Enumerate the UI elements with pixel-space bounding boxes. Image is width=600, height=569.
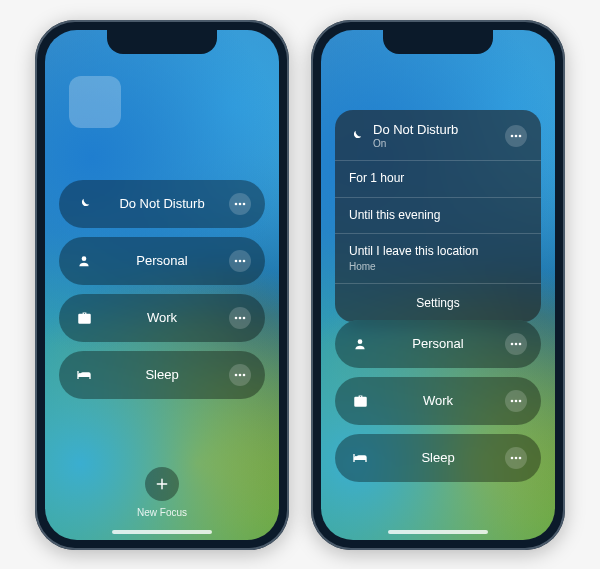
option-label: Until this evening: [349, 208, 527, 224]
svg-point-15: [515, 135, 518, 138]
focus-label: Work: [371, 393, 505, 408]
svg-point-4: [235, 259, 238, 262]
card-status: On: [373, 138, 495, 151]
svg-point-16: [519, 135, 522, 138]
focus-list: Do Not Disturb Personal Work: [59, 180, 265, 399]
home-indicator[interactable]: [388, 530, 488, 534]
briefcase-icon: [73, 307, 95, 329]
focus-label: Work: [95, 310, 229, 325]
svg-point-22: [515, 399, 518, 402]
svg-point-12: [239, 373, 242, 376]
svg-point-0: [235, 202, 238, 205]
svg-point-2: [243, 202, 246, 205]
svg-point-27: [519, 456, 522, 459]
svg-point-5: [239, 259, 242, 262]
option-sublabel: Home: [349, 260, 527, 273]
svg-point-19: [515, 342, 518, 345]
svg-point-25: [511, 456, 514, 459]
more-icon[interactable]: [229, 364, 251, 386]
svg-point-23: [519, 399, 522, 402]
briefcase-icon: [349, 390, 371, 412]
background-app-tile: [69, 76, 121, 128]
svg-point-11: [235, 373, 238, 376]
notch: [383, 30, 493, 54]
new-focus-label: New Focus: [137, 507, 187, 518]
focus-pill-work[interactable]: Work: [335, 377, 541, 425]
svg-point-8: [239, 316, 242, 319]
phone-right: Do Not Disturb On For 1 hour Until this …: [311, 20, 565, 550]
focus-label: Personal: [95, 253, 229, 268]
focus-pill-personal[interactable]: Personal: [59, 237, 265, 285]
svg-point-7: [235, 316, 238, 319]
more-icon[interactable]: [505, 390, 527, 412]
add-focus-button[interactable]: [145, 467, 179, 501]
more-icon[interactable]: [229, 250, 251, 272]
moon-icon: [349, 129, 363, 143]
screen: Do Not Disturb Personal Work: [45, 30, 279, 540]
focus-label: Sleep: [95, 367, 229, 382]
notch: [107, 30, 217, 54]
more-icon[interactable]: [505, 125, 527, 147]
more-icon[interactable]: [229, 307, 251, 329]
focus-list: Personal Work Sleep: [335, 320, 541, 482]
svg-point-20: [519, 342, 522, 345]
screen: Do Not Disturb On For 1 hour Until this …: [321, 30, 555, 540]
more-icon[interactable]: [229, 193, 251, 215]
svg-point-10: [79, 373, 82, 376]
focus-pill-do-not-disturb[interactable]: Do Not Disturb: [59, 180, 265, 228]
svg-point-6: [243, 259, 246, 262]
svg-point-21: [511, 399, 514, 402]
focus-label: Do Not Disturb: [95, 196, 229, 211]
svg-point-9: [243, 316, 246, 319]
option-label: Until I leave this location: [349, 244, 527, 260]
focus-label: Personal: [371, 336, 505, 351]
dnd-expanded-card: Do Not Disturb On For 1 hour Until this …: [335, 110, 541, 323]
focus-pill-work[interactable]: Work: [59, 294, 265, 342]
card-header[interactable]: Do Not Disturb On: [335, 110, 541, 161]
svg-point-17: [358, 339, 363, 344]
bed-icon: [349, 447, 371, 469]
person-icon: [349, 333, 371, 355]
settings-label: Settings: [416, 296, 459, 310]
svg-point-24: [355, 456, 358, 459]
new-focus: New Focus: [45, 467, 279, 518]
focus-pill-sleep[interactable]: Sleep: [59, 351, 265, 399]
more-icon[interactable]: [505, 447, 527, 469]
dnd-option-until-leave-location[interactable]: Until I leave this location Home: [335, 233, 541, 283]
dnd-settings-row[interactable]: Settings: [335, 283, 541, 322]
svg-point-26: [515, 456, 518, 459]
focus-pill-sleep[interactable]: Sleep: [335, 434, 541, 482]
dnd-option-for-1-hour[interactable]: For 1 hour: [335, 160, 541, 197]
focus-pill-personal[interactable]: Personal: [335, 320, 541, 368]
focus-label: Sleep: [371, 450, 505, 465]
person-icon: [73, 250, 95, 272]
svg-point-14: [511, 135, 514, 138]
moon-icon: [73, 193, 95, 215]
svg-point-3: [82, 256, 87, 261]
phone-left: Do Not Disturb Personal Work: [35, 20, 289, 550]
dnd-option-until-evening[interactable]: Until this evening: [335, 197, 541, 234]
bed-icon: [73, 364, 95, 386]
svg-point-13: [243, 373, 246, 376]
option-label: For 1 hour: [349, 171, 527, 187]
more-icon[interactable]: [505, 333, 527, 355]
svg-point-18: [511, 342, 514, 345]
card-title-block: Do Not Disturb On: [373, 122, 495, 151]
home-indicator[interactable]: [112, 530, 212, 534]
card-title: Do Not Disturb: [373, 122, 495, 138]
svg-point-1: [239, 202, 242, 205]
